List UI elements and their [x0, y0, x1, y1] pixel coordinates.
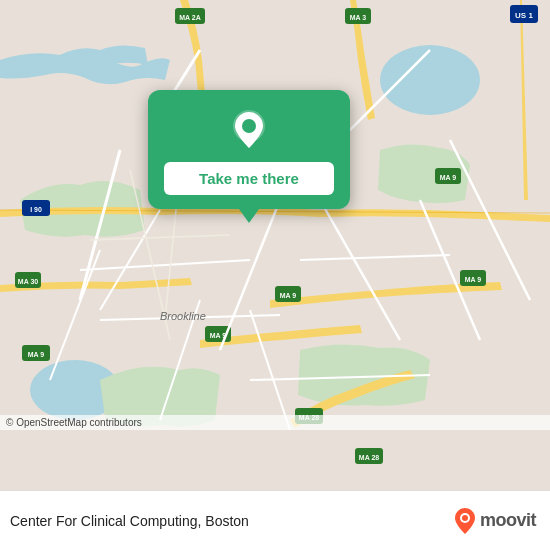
- moovit-pin-icon: [454, 507, 476, 535]
- svg-text:MA 2A: MA 2A: [179, 14, 201, 21]
- svg-text:MA 9: MA 9: [440, 174, 457, 181]
- location-pin-icon: [227, 108, 271, 152]
- map-container: US 1 MA 30 MA 9 MA 9 MA 9 MA 28 MA 28 MA…: [0, 0, 550, 490]
- svg-point-49: [242, 119, 256, 133]
- location-popup: Take me there: [148, 90, 350, 209]
- moovit-label: moovit: [480, 510, 536, 531]
- svg-text:MA 3: MA 3: [350, 14, 367, 21]
- svg-point-51: [462, 515, 468, 521]
- map-attribution: © OpenStreetMap contributors: [0, 415, 550, 430]
- moovit-logo: moovit: [454, 507, 536, 535]
- svg-text:I 90: I 90: [30, 206, 42, 213]
- svg-text:MA 28: MA 28: [359, 454, 379, 461]
- svg-text:MA 9: MA 9: [465, 276, 482, 283]
- location-label: Center For Clinical Computing, Boston: [10, 513, 249, 529]
- take-me-there-button[interactable]: Take me there: [164, 162, 334, 195]
- svg-text:MA 30: MA 30: [18, 278, 38, 285]
- svg-text:Brookline: Brookline: [160, 310, 206, 322]
- svg-text:US 1: US 1: [515, 11, 533, 20]
- svg-point-1: [380, 45, 480, 115]
- bottom-bar: Center For Clinical Computing, Boston mo…: [0, 490, 550, 550]
- svg-text:MA 9: MA 9: [28, 351, 45, 358]
- svg-text:MA 9: MA 9: [280, 292, 297, 299]
